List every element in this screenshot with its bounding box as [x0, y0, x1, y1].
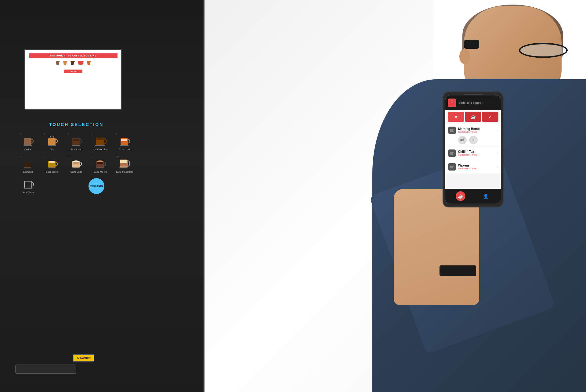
- drink-hot-chocolate[interactable]: 4 Hot Chocolate: [91, 133, 110, 151]
- drink-caffe-latte[interactable]: 8 Caffè Latte: [67, 156, 86, 173]
- list-item-morning-bomb[interactable]: Morning Bomb Selected 3 Times ›: [445, 124, 501, 146]
- chillin-tea-name: Chillin' Tea: [458, 150, 497, 153]
- chillin-tea-sub: Selected 8 Times: [458, 153, 497, 156]
- svg-rect-3: [48, 145, 56, 146]
- svg-rect-2: [48, 138, 56, 145]
- app-drink-list: Morning Bomb Selected 3 Times ›: [445, 124, 501, 189]
- drinks-row-2: 6 Espresso 7: [18, 156, 134, 173]
- svg-rect-24: [72, 167, 80, 168]
- drink-americano[interactable]: 3 Americano: [67, 133, 86, 151]
- app-connect-text: slide to connect: [459, 101, 483, 104]
- scene: CUSTOMIZE THE COFFEE YOU LIKE ORDER TOUC…: [0, 0, 586, 392]
- morning-bomb-icon: [448, 127, 456, 134]
- wristband: [440, 265, 476, 276]
- drink-hot-water[interactable]: Hot Water: [18, 178, 38, 194]
- wakener-sub: Selected 5 Times: [458, 167, 497, 170]
- nav-profile-btn[interactable]: 👤: [481, 191, 491, 201]
- list-item-chillin-tea[interactable]: Chillin' Tea Selected 8 Times ›: [445, 146, 501, 160]
- svg-rect-14: [121, 139, 127, 141]
- svg-rect-1: [24, 145, 32, 146]
- drink-chocomilk[interactable]: 5 Chocomilk: [115, 133, 134, 151]
- svg-rect-12: [95, 145, 105, 146]
- drink-tea[interactable]: 2 Tea: [42, 133, 62, 151]
- app-bottom-nav: ☕ 👤: [445, 189, 501, 203]
- svg-rect-20: [48, 167, 56, 168]
- person-ear: [459, 49, 470, 64]
- chillin-tea-icon: [448, 149, 456, 157]
- svg-line-40: [462, 139, 463, 140]
- caution-label: ⚠ CAUTION: [73, 354, 94, 361]
- svg-rect-34: [24, 181, 32, 188]
- quick-code-btn[interactable]: QUICK CODE: [88, 178, 105, 194]
- svg-rect-32: [120, 166, 127, 167]
- list-item-wakener[interactable]: Wakener Selected 5 Times ›: [445, 160, 501, 174]
- svg-rect-28: [96, 167, 104, 168]
- svg-rect-42: [450, 152, 453, 155]
- app-header: ⊞ slide to connect: [445, 95, 501, 110]
- touch-selection-title: TOUCH SELECTION: [18, 122, 134, 127]
- svg-line-4: [50, 136, 51, 138]
- svg-point-39: [463, 141, 464, 142]
- app-logo: ⊞: [448, 99, 456, 107]
- drink-latte-macchiato[interactable]: 10 Latte Macchiato: [115, 156, 134, 173]
- svg-rect-30: [120, 160, 127, 163]
- svg-rect-31: [120, 163, 127, 166]
- person-glasses: [507, 43, 568, 61]
- svg-line-41: [462, 140, 463, 141]
- svg-rect-17: [24, 167, 31, 168]
- nav-drinks-btn[interactable]: ☕: [456, 191, 465, 201]
- svg-rect-9: [72, 145, 80, 146]
- svg-line-5: [52, 136, 52, 138]
- app-tab-send[interactable]: ↙: [482, 112, 498, 122]
- quick-code-label: QUICK CODE: [90, 185, 103, 187]
- app-tab-favorites[interactable]: ♥: [448, 112, 464, 122]
- morning-bomb-sub: Selected 3 Times: [458, 131, 497, 133]
- svg-rect-15: [120, 145, 128, 146]
- phone-speaker: [464, 94, 482, 95]
- svg-rect-35: [24, 188, 32, 189]
- screen-header: CUSTOMIZE THE COFFEE YOU LIKE: [29, 53, 118, 58]
- morning-bomb-name: Morning Bomb: [458, 127, 497, 131]
- morning-bomb-close-btn[interactable]: ×: [469, 136, 478, 144]
- drink-coffee[interactable]: 1 Coffee: [18, 133, 38, 151]
- svg-rect-11: [96, 138, 104, 140]
- drink-espresso[interactable]: 6 Espresso: [18, 156, 38, 173]
- drinks-row-3: Hot Water QUICK CODE: [18, 178, 134, 194]
- wakener-name: Wakener: [458, 164, 497, 167]
- svg-rect-0: [24, 138, 31, 145]
- screen-order-btn[interactable]: ORDER: [64, 70, 82, 73]
- machine-bottom-ledge: [15, 365, 76, 374]
- svg-rect-36: [450, 129, 453, 132]
- phone: ⊞ slide to connect ♥ ☕ ↙: [443, 92, 504, 207]
- morning-bomb-share-btn[interactable]: [458, 136, 467, 144]
- screen-cups: [29, 60, 118, 67]
- svg-point-23: [73, 160, 79, 162]
- svg-rect-8: [73, 139, 79, 141]
- svg-rect-43: [450, 166, 453, 168]
- coffee-machine: CUSTOMIZE THE COFFEE YOU LIKE ORDER TOUC…: [0, 0, 204, 392]
- app-tabs: ♥ ☕ ↙: [445, 110, 501, 124]
- svg-point-37: [463, 138, 464, 139]
- phone-screen: ⊞ slide to connect ♥ ☕ ↙: [445, 95, 501, 203]
- svg-point-19: [49, 161, 55, 163]
- person-area: ⊞ slide to connect ♥ ☕ ↙: [189, 0, 586, 392]
- drink-cappuccino[interactable]: 7 Cappuccino: [42, 156, 62, 173]
- app-tab-coffee[interactable]: ☕: [465, 112, 481, 122]
- earphone: [464, 40, 479, 49]
- app-screen: ⊞ slide to connect ♥ ☕ ↙: [445, 95, 501, 203]
- svg-point-38: [461, 139, 462, 141]
- morning-bomb-actions: ×: [448, 136, 478, 144]
- machine-screen: CUSTOMIZE THE COFFEE YOU LIKE ORDER: [24, 49, 122, 110]
- wakener-icon: [448, 163, 456, 171]
- drinks-row-1: 1 Coffee 2: [18, 133, 134, 151]
- svg-point-27: [97, 160, 103, 162]
- touch-selection: TOUCH SELECTION 1 Coffee 2: [18, 122, 134, 199]
- drink-caffe-mocha[interactable]: 9 Caffè Mocha: [91, 156, 110, 173]
- svg-rect-33: [119, 167, 128, 168]
- svg-rect-16: [25, 163, 30, 167]
